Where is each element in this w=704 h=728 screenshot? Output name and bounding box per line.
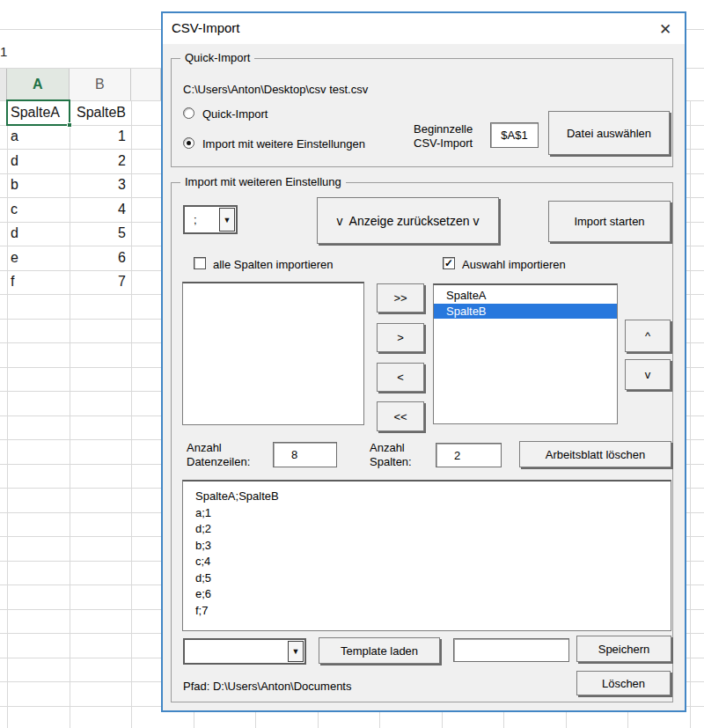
- close-icon[interactable]: ✕: [654, 18, 677, 40]
- reset-view-button[interactable]: v Anzeige zurücksetzen v: [317, 197, 499, 244]
- table-row: SpalteASpalteB: [0, 100, 161, 125]
- cell[interactable]: b: [11, 173, 67, 198]
- table-row: d2: [0, 149, 161, 173]
- save-button[interactable]: Speichern: [576, 636, 671, 662]
- select-all-corner[interactable]: [0, 69, 7, 100]
- cols-count-input[interactable]: [436, 443, 502, 467]
- advanced-import-group-legend: Import mit weiteren Einstellung: [180, 175, 346, 188]
- checkbox-selection-label[interactable]: Auswahl importieren: [462, 258, 566, 271]
- cell[interactable]: d: [11, 149, 67, 173]
- table-row: f7: [0, 270, 161, 295]
- column-headers: A B: [0, 69, 161, 100]
- table-row: e6: [0, 246, 161, 270]
- delete-button[interactable]: Löschen: [576, 671, 671, 695]
- begin-cell-label-line2: CSV-Import: [414, 136, 473, 150]
- template-combobox[interactable]: ▼: [183, 638, 306, 665]
- separator-combobox[interactable]: ; ▼: [183, 205, 238, 234]
- checkbox-selection[interactable]: ✓: [443, 257, 455, 269]
- begin-cell-input[interactable]: [490, 122, 539, 148]
- template-name-input[interactable]: [453, 638, 569, 662]
- cell[interactable]: 5: [70, 222, 128, 246]
- cell[interactable]: 7: [70, 270, 128, 295]
- list-item[interactable]: SpalteA: [434, 288, 617, 304]
- rows-count-label-line2: Datenzeilen:: [187, 455, 250, 468]
- quick-import-group-legend: Quick-Import: [180, 51, 254, 64]
- rows-count-label-line1: Anzahl: [187, 441, 222, 454]
- template-dropdown-button[interactable]: ▼: [288, 641, 304, 662]
- checkmark-icon: ✓: [444, 257, 453, 269]
- move-down-button[interactable]: v: [625, 359, 671, 390]
- list-item[interactable]: SpalteB: [434, 304, 617, 320]
- move-all-right-button[interactable]: >>: [377, 283, 424, 313]
- cell[interactable]: 2: [70, 149, 128, 173]
- clear-worksheet-button[interactable]: Arbeitsblatt löschen: [519, 441, 671, 467]
- selected-columns-list[interactable]: SpalteASpalteB: [433, 283, 618, 424]
- cols-count-label-line1: Anzahl: [370, 441, 405, 454]
- cell[interactable]: SpalteA: [11, 100, 67, 125]
- cell[interactable]: a: [11, 125, 67, 150]
- separator-value: ;: [185, 207, 218, 232]
- name-box-fragment: 1: [0, 44, 7, 59]
- column-header-c[interactable]: [131, 69, 161, 100]
- cell[interactable]: 4: [70, 197, 128, 222]
- dialog-title: CSV-Import: [172, 20, 240, 35]
- table-row: a1: [0, 125, 161, 150]
- sheet-table: SpalteASpalteBa1d2b3c4d5e6f7: [0, 100, 161, 728]
- table-row: b3: [0, 173, 161, 198]
- radio-quick-import[interactable]: [183, 107, 194, 119]
- checkbox-all-columns-label[interactable]: alle Spalten importieren: [213, 258, 334, 271]
- cell[interactable]: 3: [70, 173, 128, 198]
- dropdown-arrow-icon: ▼: [224, 216, 231, 224]
- separator-dropdown-button[interactable]: ▼: [219, 208, 235, 232]
- dialog-titlebar[interactable]: CSV-Import ✕: [163, 13, 685, 44]
- checkbox-all-columns[interactable]: ✓: [194, 257, 206, 269]
- begin-cell-label-line1: Beginnzelle: [414, 122, 473, 136]
- cell[interactable]: c: [11, 197, 67, 222]
- column-header-a[interactable]: A: [7, 69, 70, 100]
- cell[interactable]: f: [11, 270, 67, 295]
- cols-count-label-line2: Spalten:: [370, 455, 412, 468]
- cell[interactable]: 1: [70, 125, 128, 150]
- cell[interactable]: 6: [70, 246, 128, 270]
- move-left-button[interactable]: <: [377, 363, 424, 392]
- move-right-button[interactable]: >: [377, 323, 424, 352]
- cell[interactable]: d: [11, 222, 67, 246]
- load-template-button[interactable]: Template laden: [319, 637, 440, 664]
- rows-count-input[interactable]: [273, 442, 337, 467]
- csv-import-dialog: CSV-Import ✕ Quick-Import C:\Users\Anton…: [161, 11, 686, 712]
- radio-advanced-import-label[interactable]: Import mit weitere Einstellungen: [202, 137, 365, 151]
- cell[interactable]: SpalteB: [70, 100, 128, 125]
- choose-file-button[interactable]: Datei auswählen: [548, 111, 670, 155]
- move-all-left-button[interactable]: <<: [377, 401, 424, 431]
- dropdown-arrow-icon: ▼: [292, 647, 300, 656]
- move-up-button[interactable]: ^: [625, 320, 671, 352]
- radio-quick-import-label[interactable]: Quick-Import: [202, 107, 268, 121]
- table-row: c4: [0, 197, 161, 222]
- csv-preview[interactable]: SpalteA;SpalteB a;1 d;2 b;3 c;4 d;5 e;6 …: [182, 480, 671, 631]
- table-row: d5: [0, 222, 161, 246]
- path-label: Pfad: D:\Users\Anton\Documents: [183, 680, 351, 693]
- available-columns-list[interactable]: [182, 282, 364, 425]
- radio-advanced-import[interactable]: [183, 137, 194, 149]
- file-path-label: C:\Users\Anton\Desktop\csv test.csv: [183, 83, 368, 96]
- cell[interactable]: e: [11, 246, 67, 270]
- template-combobox-value: [185, 640, 287, 663]
- start-import-button[interactable]: Import starten: [548, 201, 671, 242]
- column-header-b[interactable]: B: [70, 69, 132, 100]
